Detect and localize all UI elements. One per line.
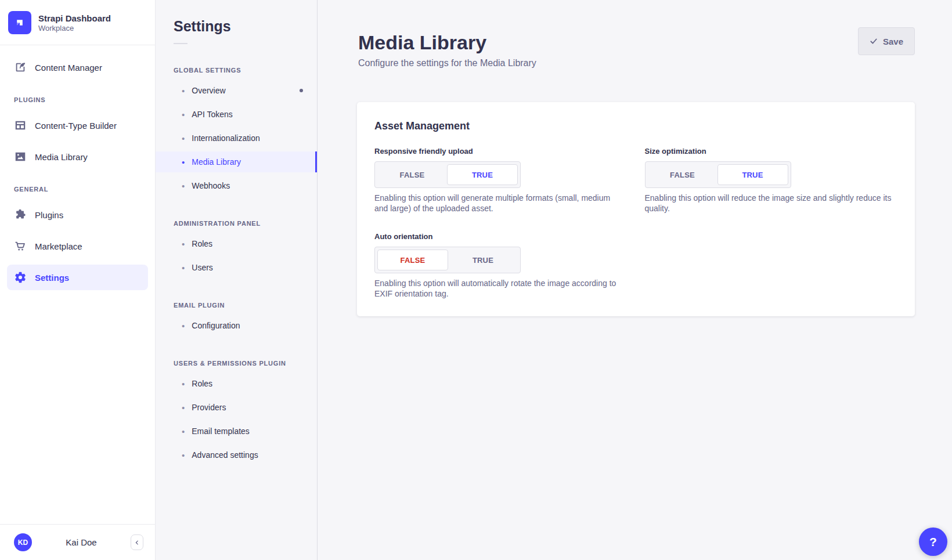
sidebar-item-label: Plugins bbox=[35, 210, 63, 220]
help-button[interactable]: ? bbox=[919, 528, 947, 556]
field-label: Responsive friendly upload bbox=[374, 147, 628, 156]
bullet-icon: • bbox=[182, 182, 185, 190]
subnav-item-users[interactable]: • Users bbox=[156, 257, 317, 278]
gear-icon bbox=[14, 271, 27, 284]
toggle-option-true[interactable]: TRUE bbox=[448, 250, 518, 270]
field-hint: Enabling this option will reduce the ima… bbox=[645, 193, 893, 214]
brand-title: Strapi Dashboard bbox=[38, 13, 111, 24]
bullet-icon: • bbox=[182, 263, 185, 272]
main-nav: Content Manager PLUGINS Content-Type Bui… bbox=[0, 55, 155, 290]
page-subtitle: Configure the settings for the Media Lib… bbox=[358, 58, 952, 68]
save-button-label: Save bbox=[883, 37, 903, 46]
bullet-icon: • bbox=[182, 451, 185, 460]
subnav-item-label: Overview bbox=[192, 86, 225, 95]
check-icon bbox=[870, 37, 878, 45]
card-title: Asset Management bbox=[374, 120, 897, 132]
sidebar-item-label: Media Library bbox=[35, 152, 88, 162]
main-content: Media Library Configure the settings for… bbox=[318, 0, 952, 560]
field-responsive-friendly-upload: Responsive friendly upload FALSE TRUE En… bbox=[374, 147, 628, 214]
sidebar-item-media-library[interactable]: Media Library bbox=[7, 144, 148, 169]
subnav-item-roles[interactable]: • Roles bbox=[156, 233, 317, 254]
subnav-item-label: Webhooks bbox=[192, 181, 230, 190]
content-type-builder-icon bbox=[14, 119, 27, 132]
responsive-friendly-upload-toggle[interactable]: FALSE TRUE bbox=[374, 161, 521, 188]
subnav-section-administration-panel: ADMINISTRATION PANEL bbox=[174, 219, 317, 227]
subnav-item-providers[interactable]: • Providers bbox=[156, 397, 317, 418]
save-button[interactable]: Save bbox=[858, 27, 915, 55]
bullet-icon: • bbox=[182, 427, 185, 436]
bullet-icon: • bbox=[182, 110, 185, 119]
subnav-item-label: Users bbox=[192, 263, 213, 272]
subnav-item-label: API Tokens bbox=[192, 110, 233, 119]
auto-orientation-toggle[interactable]: FALSE TRUE bbox=[374, 247, 521, 273]
media-library-icon bbox=[14, 150, 27, 163]
sidebar-item-content-manager[interactable]: Content Manager bbox=[7, 55, 148, 80]
question-mark-icon: ? bbox=[929, 535, 937, 549]
main-sidebar: Strapi Dashboard Workplace Content Manag… bbox=[0, 0, 156, 560]
puzzle-icon bbox=[14, 208, 27, 221]
subnav-section-users-permissions: USERS & PERMISSIONS PLUGIN bbox=[174, 359, 317, 367]
subnav-item-api-tokens[interactable]: • API Tokens bbox=[156, 104, 317, 125]
settings-subnav: Settings GLOBAL SETTINGS • Overview • AP… bbox=[156, 0, 318, 560]
subnav-item-overview[interactable]: • Overview bbox=[156, 80, 317, 101]
subnav-item-label: Media Library bbox=[192, 157, 241, 167]
subnav-item-up-roles[interactable]: • Roles bbox=[156, 373, 317, 394]
subnav-item-advanced-settings[interactable]: • Advanced settings bbox=[156, 445, 317, 465]
fields-grid: Responsive friendly upload FALSE TRUE En… bbox=[374, 147, 897, 299]
field-label: Auto orientation bbox=[374, 232, 628, 241]
subnav-item-webhooks[interactable]: • Webhooks bbox=[156, 175, 317, 196]
cart-icon bbox=[14, 240, 27, 252]
subnav-item-label: Advanced settings bbox=[192, 450, 258, 460]
asset-management-card: Asset Management Responsive friendly upl… bbox=[357, 102, 915, 316]
field-hint: Enabling this option will generate multi… bbox=[374, 193, 623, 214]
sidebar-item-settings[interactable]: Settings bbox=[7, 265, 148, 290]
avatar[interactable]: KD bbox=[14, 533, 32, 551]
sidebar-section-general: GENERAL bbox=[7, 186, 148, 193]
notification-dot bbox=[300, 89, 303, 92]
collapse-sidebar-button[interactable] bbox=[131, 534, 143, 550]
subnav-item-label: Providers bbox=[192, 403, 226, 412]
brand-text: Strapi Dashboard Workplace bbox=[38, 13, 111, 33]
subnav-item-label: Internationalization bbox=[192, 133, 260, 143]
toggle-option-true[interactable]: TRUE bbox=[717, 164, 788, 185]
user-row: KD Kai Doe bbox=[0, 524, 155, 560]
subnav-section-global-settings: GLOBAL SETTINGS bbox=[174, 66, 317, 74]
subnav-item-label: Email templates bbox=[192, 427, 250, 436]
subnav-item-configuration[interactable]: • Configuration bbox=[156, 315, 317, 336]
toggle-option-true[interactable]: TRUE bbox=[447, 164, 518, 185]
content-manager-icon bbox=[14, 61, 27, 74]
subnav-item-label: Configuration bbox=[192, 321, 240, 330]
toggle-option-false[interactable]: FALSE bbox=[648, 164, 717, 185]
workspace-brand[interactable]: Strapi Dashboard Workplace bbox=[0, 0, 155, 45]
toggle-option-false[interactable]: FALSE bbox=[377, 164, 447, 185]
divider bbox=[174, 43, 187, 44]
subnav-item-label: Roles bbox=[192, 239, 212, 248]
bullet-icon: • bbox=[182, 380, 185, 388]
sidebar-item-plugins[interactable]: Plugins bbox=[7, 202, 148, 227]
brand-subtitle: Workplace bbox=[38, 24, 111, 33]
sidebar-item-label: Content-Type Builder bbox=[35, 121, 117, 131]
subnav-item-internationalization[interactable]: • Internationalization bbox=[156, 128, 317, 149]
sidebar-item-content-type-builder[interactable]: Content-Type Builder bbox=[7, 113, 148, 138]
field-size-optimization: Size optimization FALSE TRUE Enabling th… bbox=[645, 147, 898, 214]
bullet-icon: • bbox=[182, 403, 185, 412]
subnav-section-email-plugin: EMAIL PLUGIN bbox=[174, 301, 317, 309]
bullet-icon: • bbox=[182, 86, 185, 95]
sidebar-item-label: Content Manager bbox=[35, 63, 102, 73]
user-name: Kai Doe bbox=[32, 537, 131, 547]
subnav-item-label: Roles bbox=[192, 379, 212, 388]
sidebar-item-marketplace[interactable]: Marketplace bbox=[7, 233, 148, 259]
field-label: Size optimization bbox=[645, 147, 898, 156]
field-hint: Enabling this option will automatically … bbox=[374, 279, 623, 299]
size-optimization-toggle[interactable]: FALSE TRUE bbox=[645, 161, 791, 188]
chevron-left-icon bbox=[134, 540, 140, 545]
bullet-icon: • bbox=[182, 134, 185, 143]
toggle-option-false[interactable]: FALSE bbox=[377, 250, 448, 270]
field-auto-orientation: Auto orientation FALSE TRUE Enabling thi… bbox=[374, 232, 628, 299]
sidebar-item-label: Marketplace bbox=[35, 241, 82, 251]
bullet-icon: • bbox=[182, 240, 185, 248]
subnav-item-email-templates[interactable]: • Email templates bbox=[156, 421, 317, 442]
subnav-item-media-library[interactable]: • Media Library bbox=[156, 151, 317, 172]
strapi-logo-icon bbox=[8, 11, 31, 34]
sidebar-section-plugins: PLUGINS bbox=[7, 96, 148, 103]
